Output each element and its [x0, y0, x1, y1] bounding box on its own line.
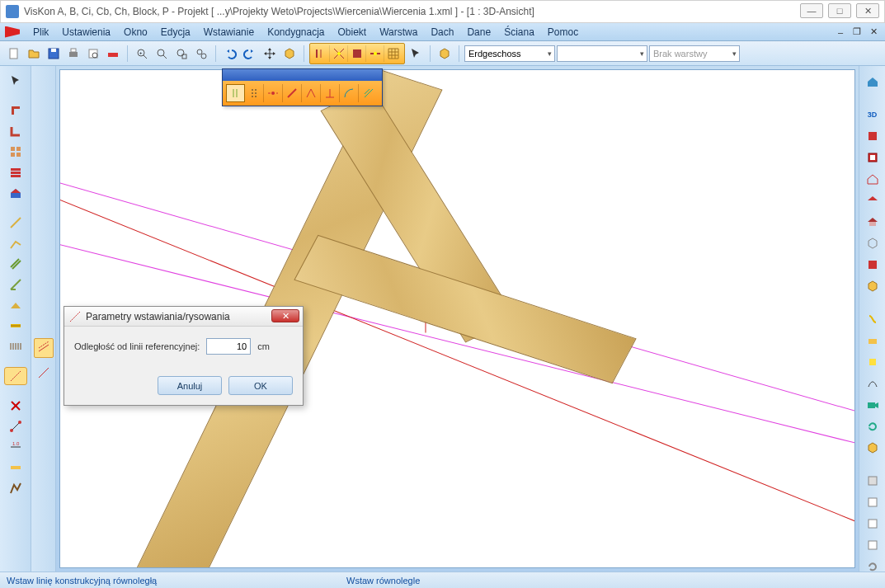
layer-toggle-3-button[interactable]	[863, 515, 883, 533]
shape-circle-button[interactable]	[863, 310, 883, 328]
menu-help[interactable]: Pomoc	[541, 25, 585, 40]
window-maximize-button[interactable]: □	[828, 3, 851, 18]
open-file-button[interactable]	[25, 45, 43, 63]
float-tool-point-button[interactable]	[264, 84, 283, 102]
layer-dropdown[interactable]: Brak warstwy	[649, 45, 740, 62]
delete-tool-button[interactable]	[4, 397, 27, 415]
select-tool-button[interactable]	[4, 72, 27, 90]
secondary-dropdown[interactable]	[557, 45, 647, 62]
view-wireframe-button[interactable]	[863, 256, 883, 274]
zoom-in-button[interactable]: +	[133, 45, 151, 63]
snap-endpoint-button[interactable]	[312, 45, 330, 62]
grid-tool-button[interactable]	[4, 143, 27, 161]
shape-box-button[interactable]	[863, 353, 883, 371]
reload-button[interactable]	[863, 417, 883, 435]
mdi-restore-button[interactable]: ❐	[850, 26, 864, 38]
window-minimize-button[interactable]: —	[800, 3, 823, 18]
layer-toggle-2-button[interactable]	[863, 493, 883, 511]
menu-wall[interactable]: Ściana	[497, 25, 541, 40]
view-side-button[interactable]	[863, 148, 883, 167]
dimension-tool-button[interactable]: 1.0	[4, 438, 27, 456]
snap-grid-button[interactable]	[384, 45, 402, 62]
measure-tool-button[interactable]	[4, 417, 27, 435]
menu-data[interactable]: Dane	[460, 25, 497, 40]
menu-object[interactable]: Obiekt	[332, 25, 374, 40]
snap-edge-button[interactable]	[348, 45, 366, 62]
floating-snap-toolbar[interactable]	[222, 68, 383, 106]
cursor-button[interactable]	[407, 45, 425, 63]
corner-tool-button[interactable]	[4, 122, 27, 140]
floating-toolbar-titlebar[interactable]	[223, 69, 382, 81]
layer-toggle-1-button[interactable]	[863, 472, 883, 490]
line-tool-3-button[interactable]	[4, 255, 27, 273]
view-front-button[interactable]	[863, 127, 883, 145]
move-button[interactable]	[261, 45, 279, 63]
floor-dropdown[interactable]: Erdgeschoss	[464, 45, 555, 62]
float-tool-line-button[interactable]	[283, 84, 302, 102]
diagonal-line-mode-button[interactable]	[34, 363, 54, 383]
camera-button[interactable]	[863, 396, 883, 414]
dialog-close-button[interactable]: ✕	[271, 309, 299, 322]
view-3d-button[interactable]: 3D	[863, 106, 883, 124]
float-tool-parallel-button[interactable]	[226, 84, 245, 102]
view-iso-3-button[interactable]	[863, 234, 883, 252]
line-tool-1-button[interactable]	[4, 214, 27, 232]
view-hidden-button[interactable]	[863, 277, 883, 295]
dialog-ok-button[interactable]: OK	[228, 376, 293, 395]
box-open-button[interactable]	[863, 439, 883, 457]
profile-tool-button[interactable]	[4, 101, 27, 120]
texture-tool-button[interactable]	[4, 479, 27, 497]
hatching-tool-button[interactable]	[4, 337, 27, 355]
menu-settings[interactable]: Ustawienia	[55, 25, 117, 40]
save-button[interactable]	[45, 45, 63, 63]
mdi-minimize-button[interactable]: –	[834, 26, 847, 38]
parallel-line-mode-button[interactable]	[34, 338, 54, 358]
distance-input[interactable]	[206, 338, 251, 355]
dialog-titlebar[interactable]: Parametry wstawiania/rysowania ✕	[64, 307, 303, 327]
cube-view-button[interactable]	[280, 45, 299, 63]
construction-line-tool-button[interactable]	[4, 367, 27, 385]
window-close-button[interactable]: ✕	[856, 3, 879, 18]
new-file-button[interactable]	[5, 45, 23, 63]
edge-tool-button[interactable]	[4, 275, 27, 294]
dialog-cancel-button[interactable]: Anuluj	[158, 376, 222, 395]
float-tool-offset-button[interactable]	[359, 84, 378, 102]
menu-roof[interactable]: Dach	[424, 25, 460, 40]
print-button[interactable]	[64, 45, 82, 63]
roof-tool-button[interactable]	[4, 296, 27, 314]
view-iso-1-button[interactable]	[863, 191, 883, 209]
line-tool-2-button[interactable]	[4, 234, 27, 252]
mdi-close-button[interactable]: ✕	[867, 26, 880, 38]
layer-toggle-4-button[interactable]	[863, 536, 883, 554]
float-tool-arc-button[interactable]	[340, 84, 359, 102]
box-3d-button[interactable]	[435, 45, 454, 63]
menu-file[interactable]: Plik	[26, 25, 55, 40]
snap-intersection-button[interactable]	[330, 45, 348, 62]
shape-curve-button[interactable]	[863, 374, 883, 393]
marker-tool-button[interactable]	[4, 459, 27, 477]
float-tool-dashed-button[interactable]	[245, 84, 264, 102]
print-preview-button[interactable]	[84, 45, 102, 63]
zoom-window-button[interactable]	[172, 45, 191, 63]
float-tool-perp-button[interactable]	[321, 84, 340, 102]
menu-edit[interactable]: Edycja	[154, 25, 197, 40]
beam-tool-button[interactable]	[4, 317, 27, 335]
undo-button[interactable]	[221, 45, 239, 63]
svg-line-48	[39, 341, 49, 348]
shape-highlight-button[interactable]	[863, 332, 883, 350]
zoom-out-button[interactable]	[153, 45, 171, 63]
view-top-button[interactable]	[863, 170, 883, 188]
snap-midpoint-button[interactable]	[366, 45, 384, 62]
zoom-fit-button[interactable]	[192, 45, 210, 63]
house-tool-button[interactable]	[4, 184, 27, 202]
plot-button[interactable]	[104, 45, 122, 63]
menu-storey[interactable]: Kondygnacja	[261, 25, 331, 40]
view-iso-2-button[interactable]	[863, 213, 883, 231]
redo-button[interactable]	[241, 45, 259, 63]
menu-insert[interactable]: Wstawianie	[197, 25, 261, 40]
stack-tool-button[interactable]	[4, 163, 27, 181]
menu-layer[interactable]: Warstwa	[373, 25, 424, 40]
menu-window[interactable]: Okno	[117, 25, 154, 40]
float-tool-angle-button[interactable]	[302, 84, 321, 102]
view-home-button[interactable]	[863, 73, 883, 91]
